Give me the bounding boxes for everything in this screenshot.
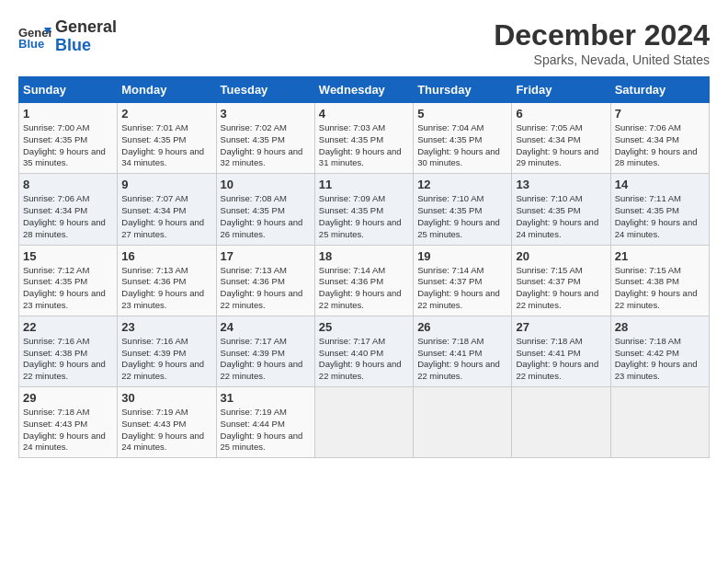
cell-content: Sunrise: 7:11 AMSunset: 4:35 PMDaylight:… [615, 193, 705, 240]
calendar-cell: 29Sunrise: 7:18 AMSunset: 4:43 PMDayligh… [19, 387, 118, 458]
cell-content: Sunrise: 7:13 AMSunset: 4:36 PMDaylight:… [221, 265, 311, 312]
cell-content: Sunrise: 7:02 AMSunset: 4:35 PMDaylight:… [221, 122, 311, 169]
day-number: 21 [615, 249, 705, 263]
day-number: 29 [23, 391, 113, 405]
header: General Blue General Blue December 2024 … [18, 18, 710, 67]
cell-content: Sunrise: 7:19 AMSunset: 4:44 PMDaylight:… [221, 407, 311, 454]
header-saturday: Saturday [610, 77, 709, 103]
cell-content: Sunrise: 7:12 AMSunset: 4:35 PMDaylight:… [23, 265, 113, 312]
header-tuesday: Tuesday [216, 77, 314, 103]
header-thursday: Thursday [414, 77, 512, 103]
title-block: December 2024 Sparks, Nevada, United Sta… [494, 18, 710, 67]
cell-content: Sunrise: 7:18 AMSunset: 4:41 PMDaylight:… [417, 336, 507, 383]
cell-content: Sunrise: 7:18 AMSunset: 4:41 PMDaylight:… [516, 336, 606, 383]
calendar-cell: 27Sunrise: 7:18 AMSunset: 4:41 PMDayligh… [512, 316, 610, 386]
day-number: 9 [121, 178, 211, 191]
header-wednesday: Wednesday [314, 77, 413, 103]
day-number: 24 [221, 320, 311, 334]
calendar-cell: 1Sunrise: 7:00 AMSunset: 4:35 PMDaylight… [19, 103, 118, 174]
cell-content: Sunrise: 7:15 AMSunset: 4:38 PMDaylight:… [615, 265, 705, 312]
cell-content: Sunrise: 7:07 AMSunset: 4:34 PMDaylight:… [121, 193, 211, 240]
calendar-cell: 23Sunrise: 7:16 AMSunset: 4:39 PMDayligh… [118, 316, 216, 386]
logo-icon: General Blue [18, 23, 51, 51]
day-number: 7 [615, 107, 705, 121]
day-number: 27 [516, 320, 606, 334]
calendar-cell: 26Sunrise: 7:18 AMSunset: 4:41 PMDayligh… [414, 316, 512, 386]
calendar-cell: 28Sunrise: 7:18 AMSunset: 4:42 PMDayligh… [610, 316, 709, 386]
day-number: 13 [516, 178, 606, 191]
cell-content: Sunrise: 7:18 AMSunset: 4:42 PMDaylight:… [615, 336, 705, 383]
day-number: 23 [121, 320, 211, 334]
week-row-0: 1Sunrise: 7:00 AMSunset: 4:35 PMDaylight… [19, 103, 710, 174]
cell-content: Sunrise: 7:13 AMSunset: 4:36 PMDaylight:… [121, 265, 211, 312]
calendar-cell: 8Sunrise: 7:06 AMSunset: 4:34 PMDaylight… [19, 174, 118, 245]
calendar-cell: 12Sunrise: 7:10 AMSunset: 4:35 PMDayligh… [414, 174, 512, 245]
week-row-3: 22Sunrise: 7:16 AMSunset: 4:38 PMDayligh… [19, 316, 710, 386]
cell-content: Sunrise: 7:06 AMSunset: 4:34 PMDaylight:… [23, 193, 113, 240]
logo: General Blue General Blue [18, 18, 117, 55]
day-number: 4 [319, 107, 409, 121]
svg-text:Blue: Blue [18, 37, 44, 51]
location: Sparks, Nevada, United States [494, 52, 710, 67]
logo-blue: Blue [55, 37, 117, 55]
cell-content: Sunrise: 7:17 AMSunset: 4:40 PMDaylight:… [319, 336, 409, 383]
day-number: 3 [221, 107, 311, 121]
week-row-1: 8Sunrise: 7:06 AMSunset: 4:34 PMDaylight… [19, 174, 710, 245]
header-sunday: Sunday [19, 77, 118, 103]
day-number: 6 [516, 107, 606, 121]
day-number: 17 [221, 249, 311, 263]
cell-content: Sunrise: 7:00 AMSunset: 4:35 PMDaylight:… [23, 122, 113, 169]
calendar-cell [314, 387, 413, 458]
calendar-cell: 19Sunrise: 7:14 AMSunset: 4:37 PMDayligh… [414, 245, 512, 316]
calendar-cell: 22Sunrise: 7:16 AMSunset: 4:38 PMDayligh… [19, 316, 118, 386]
calendar-cell: 16Sunrise: 7:13 AMSunset: 4:36 PMDayligh… [118, 245, 216, 316]
logo-general: General [55, 18, 117, 37]
day-number: 30 [121, 391, 211, 405]
month-title: December 2024 [494, 18, 710, 52]
cell-content: Sunrise: 7:10 AMSunset: 4:35 PMDaylight:… [417, 193, 507, 240]
cell-content: Sunrise: 7:19 AMSunset: 4:43 PMDaylight:… [121, 407, 211, 454]
header-monday: Monday [118, 77, 216, 103]
cell-content: Sunrise: 7:05 AMSunset: 4:34 PMDaylight:… [516, 122, 606, 169]
day-number: 26 [417, 320, 507, 334]
cell-content: Sunrise: 7:03 AMSunset: 4:35 PMDaylight:… [319, 122, 409, 169]
week-row-4: 29Sunrise: 7:18 AMSunset: 4:43 PMDayligh… [19, 387, 710, 458]
day-number: 31 [221, 391, 311, 405]
calendar-cell: 4Sunrise: 7:03 AMSunset: 4:35 PMDaylight… [314, 103, 413, 174]
cell-content: Sunrise: 7:14 AMSunset: 4:37 PMDaylight:… [417, 265, 507, 312]
calendar-header-row: SundayMondayTuesdayWednesdayThursdayFrid… [19, 77, 710, 103]
cell-content: Sunrise: 7:09 AMSunset: 4:35 PMDaylight:… [319, 193, 409, 240]
cell-content: Sunrise: 7:06 AMSunset: 4:34 PMDaylight:… [615, 122, 705, 169]
day-number: 5 [417, 107, 507, 121]
cell-content: Sunrise: 7:10 AMSunset: 4:35 PMDaylight:… [516, 193, 606, 240]
calendar-cell: 6Sunrise: 7:05 AMSunset: 4:34 PMDaylight… [512, 103, 610, 174]
calendar-cell: 14Sunrise: 7:11 AMSunset: 4:35 PMDayligh… [610, 174, 709, 245]
calendar-cell: 13Sunrise: 7:10 AMSunset: 4:35 PMDayligh… [512, 174, 610, 245]
day-number: 1 [23, 107, 113, 121]
day-number: 18 [319, 249, 409, 263]
calendar-table: SundayMondayTuesdayWednesdayThursdayFrid… [18, 76, 710, 458]
cell-content: Sunrise: 7:17 AMSunset: 4:39 PMDaylight:… [221, 336, 311, 383]
calendar-cell: 17Sunrise: 7:13 AMSunset: 4:36 PMDayligh… [216, 245, 314, 316]
day-number: 19 [417, 249, 507, 263]
cell-content: Sunrise: 7:15 AMSunset: 4:37 PMDaylight:… [516, 265, 606, 312]
calendar-cell: 5Sunrise: 7:04 AMSunset: 4:35 PMDaylight… [414, 103, 512, 174]
cell-content: Sunrise: 7:08 AMSunset: 4:35 PMDaylight:… [221, 193, 311, 240]
calendar-cell: 24Sunrise: 7:17 AMSunset: 4:39 PMDayligh… [216, 316, 314, 386]
cell-content: Sunrise: 7:04 AMSunset: 4:35 PMDaylight:… [417, 122, 507, 169]
day-number: 12 [417, 178, 507, 191]
day-number: 16 [121, 249, 211, 263]
cell-content: Sunrise: 7:16 AMSunset: 4:38 PMDaylight:… [23, 336, 113, 383]
cell-content: Sunrise: 7:01 AMSunset: 4:35 PMDaylight:… [121, 122, 211, 169]
cell-content: Sunrise: 7:14 AMSunset: 4:36 PMDaylight:… [319, 265, 409, 312]
day-number: 15 [23, 249, 113, 263]
calendar-cell: 15Sunrise: 7:12 AMSunset: 4:35 PMDayligh… [19, 245, 118, 316]
calendar-cell [610, 387, 709, 458]
cell-content: Sunrise: 7:18 AMSunset: 4:43 PMDaylight:… [23, 407, 113, 454]
calendar-cell [512, 387, 610, 458]
day-number: 28 [615, 320, 705, 334]
calendar-cell: 18Sunrise: 7:14 AMSunset: 4:36 PMDayligh… [314, 245, 413, 316]
day-number: 8 [23, 178, 113, 191]
calendar-cell: 20Sunrise: 7:15 AMSunset: 4:37 PMDayligh… [512, 245, 610, 316]
calendar-cell [414, 387, 512, 458]
